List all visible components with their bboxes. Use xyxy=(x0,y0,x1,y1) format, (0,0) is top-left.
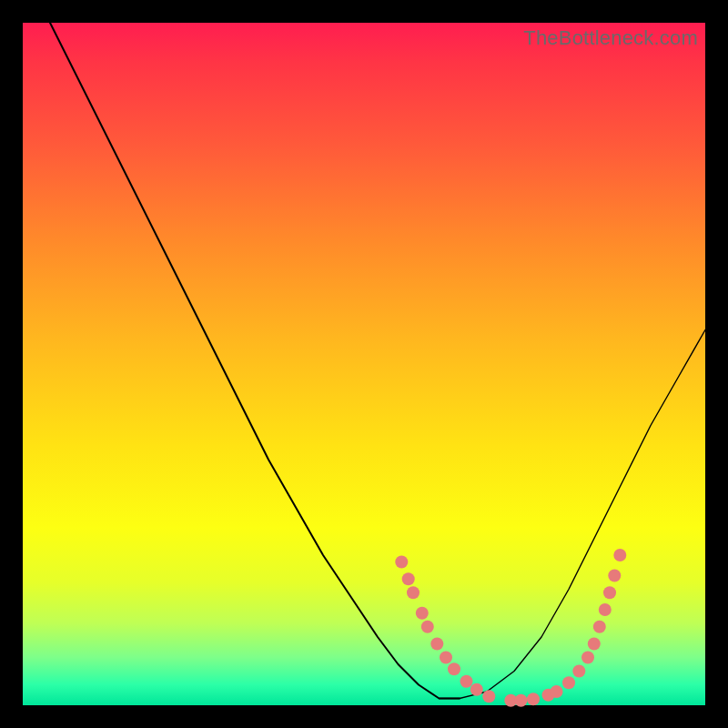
markers-group xyxy=(395,549,626,707)
highlight-dot xyxy=(551,685,563,698)
highlight-dot xyxy=(527,693,540,705)
highlight-dot xyxy=(599,603,612,616)
highlight-dot xyxy=(470,683,483,696)
highlight-dot xyxy=(603,586,616,599)
highlight-dot xyxy=(407,586,420,599)
highlight-dot xyxy=(515,694,528,707)
highlight-dot xyxy=(608,570,621,582)
chart-frame: TheBottleneck.com xyxy=(23,23,705,705)
highlight-dot xyxy=(613,549,626,561)
highlight-dot xyxy=(440,652,452,664)
highlight-dot xyxy=(416,607,429,620)
bottleneck-curve-left xyxy=(50,23,460,699)
highlight-dot xyxy=(448,662,460,675)
highlight-dot xyxy=(430,638,443,651)
highlight-dot xyxy=(402,572,415,585)
highlight-dot xyxy=(562,676,575,689)
highlight-dot xyxy=(482,690,495,703)
highlight-dot xyxy=(581,652,594,664)
highlight-dot xyxy=(421,621,434,633)
highlight-dot xyxy=(572,665,585,678)
bottleneck-curve-right xyxy=(440,330,706,699)
chart-svg xyxy=(23,23,705,705)
highlight-dot xyxy=(588,638,601,651)
highlight-dot xyxy=(593,621,606,633)
highlight-dot xyxy=(395,556,408,569)
highlight-dot xyxy=(460,675,473,688)
